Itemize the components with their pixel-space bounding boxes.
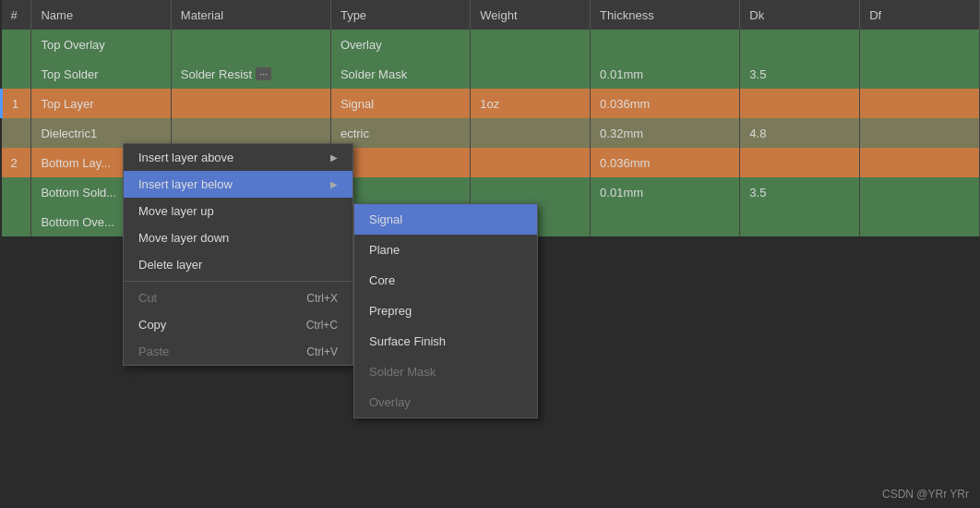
cell-num xyxy=(2,118,31,148)
cell-thickness: 0.01mm xyxy=(591,177,740,207)
cell-material xyxy=(171,89,330,118)
menu-item-shortcut: Ctrl+C xyxy=(306,319,338,332)
cell-thickness xyxy=(591,30,740,59)
cell-thickness: 0.036mm xyxy=(591,89,740,118)
cell-name: Top Layer xyxy=(31,89,171,118)
submenu-item-sub-prepreg[interactable]: Prepreg xyxy=(354,296,537,326)
menu-item-insert-below[interactable]: Insert layer below ▶ SignalPlaneCorePrep… xyxy=(124,171,353,198)
submenu-item-sub-surface-finish[interactable]: Surface Finish xyxy=(354,326,537,357)
cell-num xyxy=(2,59,31,89)
menu-separator xyxy=(124,281,353,282)
col-header-df: Df xyxy=(860,0,980,30)
cell-dk: 4.8 xyxy=(740,118,860,148)
context-menu: Insert layer above ▶ Insert layer below … xyxy=(123,143,353,366)
cell-dk xyxy=(740,89,860,118)
cell-num: 1 xyxy=(2,89,31,118)
cell-num: 2 xyxy=(2,148,31,177)
menu-item-label: Cut xyxy=(138,291,157,305)
menu-item-label: Move layer down xyxy=(138,231,229,245)
cell-df xyxy=(860,30,980,59)
col-header-thickness: Thickness xyxy=(591,0,740,30)
submenu-item-sub-plane[interactable]: Plane xyxy=(354,235,537,265)
cell-type: Solder Mask xyxy=(330,59,470,89)
cell-dk: 3.5 xyxy=(740,59,860,89)
cell-dk: 3.5 xyxy=(740,177,860,207)
cell-df xyxy=(860,89,980,118)
cell-thickness: 0.32mm xyxy=(591,118,740,148)
cell-df xyxy=(860,148,980,177)
table-row[interactable]: Top Solder Solder Resist··· Solder Mask … xyxy=(2,59,980,89)
cell-dk xyxy=(740,148,860,177)
cell-name: Top Overlay xyxy=(31,30,171,59)
cell-type: Signal xyxy=(330,89,470,118)
menu-item-label: Move layer up xyxy=(138,204,214,218)
submenu: SignalPlaneCorePrepregSurface FinishSold… xyxy=(353,203,538,418)
cell-dk xyxy=(740,30,860,59)
cell-df xyxy=(860,177,980,207)
cell-df xyxy=(860,207,980,236)
cell-material xyxy=(171,30,330,59)
cell-num xyxy=(2,30,31,59)
col-header-dk: Dk xyxy=(740,0,860,30)
menu-item-move-down[interactable]: Move layer down xyxy=(124,224,353,251)
col-header-type: Type xyxy=(330,0,470,30)
cell-thickness: 0.01mm xyxy=(591,59,740,89)
cell-thickness xyxy=(591,207,740,236)
material-dots-btn[interactable]: ··· xyxy=(256,67,271,80)
submenu-arrow-icon: ▶ xyxy=(330,179,338,189)
menu-item-paste: Paste Ctrl+V xyxy=(124,338,353,365)
submenu-item-sub-signal[interactable]: Signal xyxy=(354,204,537,235)
cell-num xyxy=(2,177,31,207)
submenu-item-sub-solder-mask: Solder Mask xyxy=(354,357,537,387)
cell-weight xyxy=(471,59,591,89)
watermark: CSDN @YRr YRr xyxy=(882,488,969,501)
col-header-weight: Weight xyxy=(471,0,591,30)
menu-item-copy[interactable]: Copy Ctrl+C xyxy=(124,311,353,338)
menu-item-cut: Cut Ctrl+X xyxy=(124,284,353,311)
cell-weight xyxy=(471,148,591,177)
cell-material: Solder Resist··· xyxy=(171,59,330,89)
table-row[interactable]: Top Overlay Overlay xyxy=(2,30,980,59)
cell-df xyxy=(860,59,980,89)
table-header-row: # Name Material Type Weight Thickness Dk… xyxy=(2,0,980,30)
menu-item-label: Delete layer xyxy=(138,258,202,272)
col-header-name: Name xyxy=(31,0,171,30)
cell-thickness: 0.036mm xyxy=(591,148,740,177)
cell-weight xyxy=(471,118,591,148)
table-row[interactable]: 1 Top Layer Signal 1oz 0.036mm xyxy=(2,89,980,118)
menu-item-shortcut: Ctrl+X xyxy=(306,292,338,305)
menu-item-delete-layer[interactable]: Delete layer xyxy=(124,251,353,278)
submenu-item-sub-core[interactable]: Core xyxy=(354,265,537,296)
cell-weight: 1oz xyxy=(471,89,591,118)
menu-item-insert-above[interactable]: Insert layer above ▶ xyxy=(124,144,353,171)
menu-item-label: Paste xyxy=(138,345,169,358)
menu-item-shortcut: Ctrl+V xyxy=(306,345,338,358)
menu-item-label: Insert layer above xyxy=(138,151,233,164)
cell-num xyxy=(2,207,31,236)
submenu-arrow-icon: ▶ xyxy=(330,152,338,163)
submenu-item-sub-overlay: Overlay xyxy=(354,387,537,417)
menu-item-move-up[interactable]: Move layer up xyxy=(124,198,353,224)
col-header-num: # xyxy=(2,0,31,30)
col-header-material: Material xyxy=(171,0,330,30)
cell-type: Overlay xyxy=(330,30,470,59)
menu-item-label: Copy xyxy=(138,318,166,332)
cell-df xyxy=(860,118,980,148)
cell-name: Top Solder xyxy=(31,59,171,89)
cell-dk xyxy=(740,207,860,236)
cell-weight xyxy=(471,30,591,59)
menu-item-label: Insert layer below xyxy=(138,177,233,191)
